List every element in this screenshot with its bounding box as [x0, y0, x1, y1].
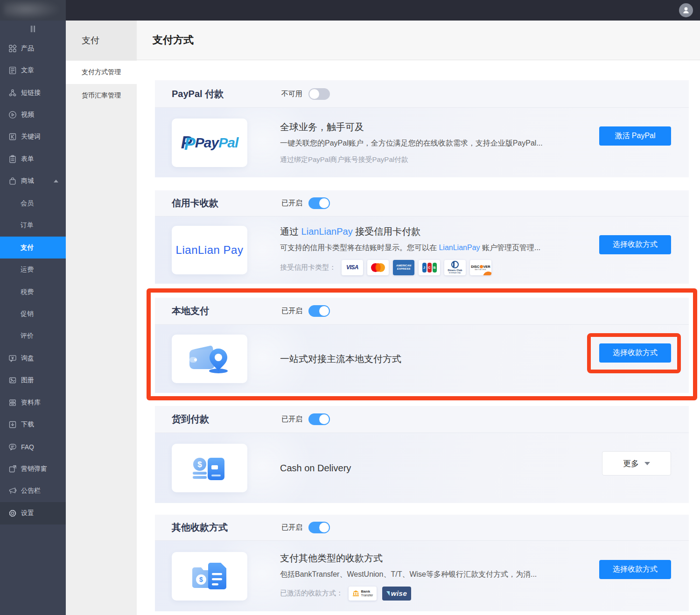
- lianlianpay-link[interactable]: LianLianPay: [439, 244, 480, 252]
- library-icon: [8, 398, 17, 407]
- sidebar-item-members[interactable]: 会员: [0, 192, 66, 214]
- sidebar-item-label: 图册: [21, 376, 34, 384]
- lianlianpay-link[interactable]: LianLianPay: [301, 226, 353, 237]
- faq-icon: [8, 443, 17, 451]
- download-icon: [8, 420, 17, 429]
- chevron-up-icon: [54, 180, 58, 182]
- credit-card-toggle[interactable]: [308, 197, 330, 209]
- secondary-sidebar-title: 支付: [66, 21, 137, 61]
- grid-icon: [8, 44, 17, 53]
- toggle-label: 已开启: [281, 415, 302, 424]
- sidebar-item-settings[interactable]: 设置: [0, 502, 66, 524]
- top-bar: [0, 0, 700, 21]
- sidebar-item-label: 支付: [21, 244, 34, 252]
- sidebar-item-label: 文章: [21, 66, 34, 75]
- sidebar-item-marketing-popup[interactable]: 营销弹窗: [0, 458, 66, 480]
- more-button[interactable]: 更多: [602, 451, 671, 475]
- toggle-label: 已开启: [281, 199, 302, 208]
- article-icon: [8, 66, 17, 75]
- sidebar-item-downloads[interactable]: 下载: [0, 413, 66, 435]
- activate-paypal-button[interactable]: 激活 PayPal: [599, 126, 671, 146]
- sidebar-item-announcements[interactable]: 公告栏: [0, 480, 66, 502]
- sidebar-item-shipping[interactable]: 运费: [0, 259, 66, 280]
- sidebar-item-promotion[interactable]: 促销: [0, 303, 66, 325]
- sidebar-collapse-button[interactable]: [0, 21, 66, 37]
- paypal-monogram-icon: P P: [181, 133, 192, 153]
- sidebar-item-label: 商城: [21, 177, 34, 185]
- sidebar-item-label: 询盘: [21, 354, 34, 363]
- local-payment-toggle[interactable]: [308, 305, 330, 317]
- bank-icon: [352, 590, 359, 597]
- sidebar-item-label: 下载: [21, 420, 34, 429]
- form-icon: [8, 155, 17, 163]
- section-title: 本地支付: [172, 305, 281, 317]
- sidebar-item-orders[interactable]: 订单: [0, 215, 66, 237]
- visa-icon: VISA: [342, 260, 363, 275]
- sidebar-item-inquiries[interactable]: 询盘: [0, 347, 66, 369]
- subnav-item-payment-methods[interactable]: 支付方式管理: [66, 61, 137, 84]
- sidebar-item-tax[interactable]: 税费: [0, 281, 66, 303]
- section-title: 其他收款方式: [172, 521, 281, 534]
- sidebar-item-articles[interactable]: 文章: [0, 59, 66, 81]
- secondary-sidebar: 支付 支付方式管理 货币汇率管理: [66, 21, 137, 615]
- local-payment-illustration: [172, 335, 247, 383]
- choose-payment-method-button[interactable]: 选择收款方式: [599, 560, 671, 579]
- choose-payment-method-button[interactable]: 选择收款方式: [599, 343, 671, 363]
- user-avatar[interactable]: [679, 3, 693, 17]
- lianlianpay-logo: LianLian Pay: [172, 226, 247, 274]
- paypal-toggle[interactable]: [308, 88, 330, 100]
- sidebar-item-label: FAQ: [21, 443, 34, 451]
- svg-text:$: $: [197, 460, 202, 469]
- activated-methods-row: 已激活的收款方式： BankTransfer wise: [280, 587, 689, 601]
- sidebar-item-gallery[interactable]: 图册: [0, 370, 66, 391]
- section-title: 信用卡收款: [172, 197, 281, 210]
- bank-transfer-badge: BankTransfer: [349, 587, 377, 601]
- sidebar-item-keywords[interactable]: 关键词: [0, 126, 66, 148]
- sidebar-item-label: 订单: [21, 221, 34, 230]
- other-methods-illustration: $: [172, 552, 247, 601]
- wise-flag-icon: [386, 591, 390, 596]
- activated-methods-label: 已激活的收款方式：: [280, 589, 343, 598]
- accepted-cards-row: 接受信用卡类型： VISA AMERICANEXPRESS JCB Diners…: [280, 260, 689, 275]
- section-title: PayPal 付款: [172, 88, 281, 100]
- chevron-down-icon: [644, 462, 650, 465]
- cod-toggle[interactable]: [308, 413, 330, 425]
- cod-illustration: $: [172, 444, 247, 492]
- amex-icon: AMERICANEXPRESS: [393, 260, 414, 275]
- sidebar-item-videos[interactable]: 视频: [0, 104, 66, 126]
- app-logo: [0, 0, 66, 21]
- jcb-icon: JCB: [419, 260, 440, 275]
- gallery-icon: [8, 376, 17, 384]
- sidebar-item-shortlinks[interactable]: 短链接: [0, 82, 66, 104]
- toggle-label: 已开启: [281, 307, 302, 315]
- sidebar-item-faq[interactable]: FAQ: [0, 436, 66, 458]
- mastercard-icon: [367, 260, 389, 275]
- sidebar-item-payment[interactable]: 支付: [0, 237, 66, 259]
- cash-card-icon: $: [190, 451, 229, 485]
- other-methods-toggle[interactable]: [308, 522, 330, 533]
- sidebar-item-forms[interactable]: 表单: [0, 148, 66, 170]
- sidebar-item-label: 产品: [21, 44, 34, 53]
- sidebar-item-mall[interactable]: 商城: [0, 170, 66, 192]
- choose-payment-method-button[interactable]: 选择收款方式: [599, 235, 671, 254]
- discover-icon: DISCVERNETWORK: [470, 260, 491, 275]
- inquiry-icon: [8, 354, 17, 363]
- subnav-item-label: 货币汇率管理: [82, 91, 121, 100]
- section-local-payment: 本地支付 已开启: [155, 298, 689, 393]
- sidebar-item-label: 税费: [21, 288, 34, 296]
- svg-text:$: $: [199, 576, 203, 583]
- sidebar-item-reviews[interactable]: 评价: [0, 325, 66, 347]
- toggle-label: 不可用: [281, 90, 302, 98]
- sidebar-item-label: 评价: [21, 332, 34, 340]
- sidebar-item-library[interactable]: 资料库: [0, 391, 66, 413]
- page-header: 支付方式: [137, 21, 700, 60]
- keyword-icon: [8, 133, 17, 141]
- video-icon: [8, 111, 17, 119]
- wise-badge: wise: [382, 587, 411, 601]
- subnav-item-currency-rates[interactable]: 货币汇率管理: [66, 84, 137, 107]
- sidebar-item-label: 关键词: [21, 133, 41, 141]
- sidebar-item-products[interactable]: 产品: [0, 37, 66, 59]
- sidebar-item-label: 公告栏: [21, 487, 41, 495]
- page-title: 支付方式: [153, 33, 194, 47]
- more-button-label: 更多: [623, 458, 639, 469]
